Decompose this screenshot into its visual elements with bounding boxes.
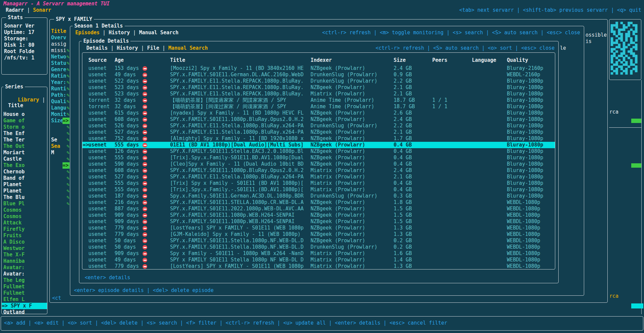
result-row[interactable]: =>usenet555 days01E11 (BD AV1 1080p)[Dua… bbox=[0, 142, 644, 148]
col-header-title: Title bbox=[170, 57, 185, 64]
result-row[interactable]: usenet527 daysSPY.x.FAMILY.E11.Stella.10… bbox=[0, 129, 644, 135]
result-row[interactable]: usenet523 daysSPY.x.FAMILY.E11.Stella.RE… bbox=[0, 91, 644, 97]
cell-age: 49 days bbox=[115, 72, 136, 78]
result-row[interactable]: torrent32 days【喵萌奶茶屋】[间谍过家家 / 间谍家家酒 / SP… bbox=[0, 103, 644, 110]
cell-title: SPY.x.FAMILY.S01E11.1080p.BluRay.Opus2.0… bbox=[170, 116, 304, 123]
result-row[interactable]: usenet608 daysSPY.x.FAMILY.S01E11.1080p.… bbox=[0, 167, 644, 174]
result-row[interactable]: usenet526 daysSPY.x.FAMILY.E11.Stella.10… bbox=[0, 123, 644, 129]
result-row[interactable]: usenet887 daysSPY.x.FAMILY.S01E11.2022.1… bbox=[0, 206, 644, 212]
result-row[interactable]: usenet615 days[nyadex] Spy x Family - 11… bbox=[0, 110, 644, 116]
result-row[interactable]: usenet555 days[Trix].Spy.x.Family-S01E11… bbox=[0, 155, 644, 161]
stats-line: Storage: bbox=[4, 36, 28, 42]
cell-source: usenet bbox=[88, 142, 107, 148]
cell-quality: Bluray-1080p bbox=[507, 193, 543, 199]
rejected-icon bbox=[143, 98, 147, 103]
cell-title: 【喵萌奶茶屋】[间谍过家家 / 间谍家家酒 / SPY bbox=[170, 103, 286, 110]
result-row[interactable]: usenet522 daysSPY.x.FAMILY.E11.Stella.RE… bbox=[0, 78, 644, 84]
rejected-icon bbox=[143, 213, 147, 218]
rejected-icon bbox=[143, 73, 147, 77]
episode-tab-file[interactable]: File bbox=[147, 45, 159, 51]
cell-title: SPY.x.FAMILY.E11.Stella.REPACK.1080p.Blu… bbox=[170, 78, 304, 84]
result-row[interactable]: usenet909 daysSPY.x.FAMILY.S01E11.1080p.… bbox=[0, 218, 644, 225]
result-row[interactable]: usenet752 days[Almighty] Spy x Family - … bbox=[0, 135, 644, 142]
result-row[interactable]: usenet555 days[Trix] Spy x Family - S01E… bbox=[0, 180, 644, 186]
stats-line: Uptime: 17 bbox=[4, 29, 34, 36]
cell-size: 2.6 GB bbox=[394, 110, 412, 116]
cell-size: 0.4 GB bbox=[394, 148, 412, 155]
cell-size: 1.3 GB bbox=[394, 263, 412, 269]
cell-quality: WEBDL-1080p bbox=[507, 263, 540, 269]
episode-tab-details[interactable]: Details bbox=[86, 45, 108, 51]
result-row[interactable]: usenet49 daysSPY x FAMILY S01E11 Stella … bbox=[0, 257, 644, 263]
servarr-tab-sonarr[interactable]: Sonarr bbox=[33, 7, 51, 13]
result-row[interactable]: usenet187 daysSpy.x.Family.S01E11.German… bbox=[0, 193, 644, 199]
result-row[interactable]: usenet50 daysSPY.x.FAMILY.S01E11.Stella.… bbox=[0, 238, 644, 244]
cell-title: [Trix] Spy x Family - S01E11 (BD AV1 108… bbox=[170, 180, 304, 186]
result-row[interactable]: usenet50 daysSPY.x.FAMILY.S01E11.Stella.… bbox=[0, 244, 644, 250]
rejected-icon bbox=[143, 66, 147, 71]
cell-size: 1.5 GB bbox=[394, 212, 412, 218]
result-row[interactable]: usenet779 days[LostYears] SPY x FAMILY -… bbox=[0, 263, 644, 269]
series-item[interactable]: Fullmet bbox=[3, 284, 25, 290]
cell-title: [GJM-Kaleido] Spy x Family - 11 (WEB 108… bbox=[170, 231, 300, 238]
cell-age: 779 days bbox=[115, 263, 139, 269]
result-row[interactable]: usenet527 daysSPY.x.FAMILY.E11.Stella.10… bbox=[0, 174, 644, 180]
app-title: Managarr - A Servarr management TUI bbox=[3, 1, 110, 7]
season-monitor-icon: ✎ bbox=[67, 47, 70, 54]
result-row[interactable]: usenet590 days[Cleo]Spy x Family - 11 (D… bbox=[0, 161, 644, 167]
season-tab-episodes[interactable]: Episodes bbox=[75, 30, 99, 36]
cell-size: 0.4 GB bbox=[394, 142, 412, 148]
cell-quality: WEBDL-1080p bbox=[507, 206, 540, 212]
servarr-tabbar: Radarr | Sonarr bbox=[6, 7, 51, 13]
col-header-age: Age bbox=[115, 57, 124, 64]
rejected-icon bbox=[143, 156, 147, 160]
cell-age: 153 days bbox=[115, 65, 139, 72]
rejected-icon bbox=[143, 111, 147, 116]
cell-indexer: Anime Time (Prowlarr) bbox=[311, 97, 374, 103]
result-row[interactable]: usenet153 days[Moozzi2] Spy x Family - 1… bbox=[0, 65, 644, 72]
result-row[interactable]: usenet909 daysSPY.x.FAMILY.S01E11.1080p.… bbox=[0, 212, 644, 218]
series-item[interactable]: The Leg bbox=[3, 277, 25, 284]
series-item[interactable]: Avatar: bbox=[3, 271, 25, 277]
result-row[interactable]: usenet126 daysSPY.X.FAMILY.S01E11.Stella… bbox=[0, 148, 644, 155]
result-row[interactable]: usenet779 days[LostYears] SPY x FAMILY -… bbox=[0, 225, 644, 231]
cell-size: 2.2 GB bbox=[394, 123, 412, 129]
season-tab-manual-search[interactable]: Manual Search bbox=[139, 30, 178, 36]
cell-title: Spy.x.Family.S01E11.German.AC3D.DL.1080p… bbox=[170, 193, 304, 199]
cell-title: SPY.x.FAMILY.E11.Stella.1080p.BluRay.x26… bbox=[170, 123, 304, 129]
cell-indexer: NZBgeek (Prowlarr) bbox=[311, 116, 365, 123]
cell-title: [LostYears] SPY x FAMILY - S01E11 (WEB 1… bbox=[170, 225, 304, 231]
result-row[interactable]: usenet523 daysSPY.x.FAMILY.E11.Stella.RE… bbox=[0, 84, 644, 91]
episode-tab-history[interactable]: History bbox=[117, 45, 138, 51]
rejected-icon bbox=[143, 124, 147, 128]
cell-size: 1.3 GB bbox=[394, 231, 412, 238]
rejected-icon bbox=[143, 85, 147, 90]
result-row[interactable]: usenet909 daysSpy x Family - S01E11 - 10… bbox=[0, 250, 644, 257]
series-item[interactable]: Elfen L bbox=[3, 296, 25, 303]
cell-size: 0.4 GB bbox=[394, 161, 412, 167]
servarr-tab-radarr[interactable]: Radarr bbox=[6, 7, 24, 13]
result-row[interactable]: torrent32 days【喵萌奶茶屋】[間諜過家家 / 間諜家家酒 / SP… bbox=[0, 97, 644, 103]
cell-quality: Bluray-1080p bbox=[507, 161, 543, 167]
cell-size: 0.4 GB bbox=[394, 180, 412, 186]
series-item-selected[interactable]: => SPY x F bbox=[2, 303, 47, 309]
result-row[interactable]: usenet608 daysSPY.x.FAMILY.S01E11.1080p.… bbox=[0, 116, 644, 123]
cell-size: 0.2 GB bbox=[394, 238, 412, 244]
managarr-app: Managarr - A Servarr management TUI Rada… bbox=[0, 0, 644, 333]
cell-quality: Bluray-1080p bbox=[507, 180, 543, 186]
result-row[interactable]: usenet779 days[GJM-Kaleido] Spy x Family… bbox=[0, 231, 644, 238]
episode-tab-manual-search[interactable]: Manual Search bbox=[168, 45, 208, 51]
series-item[interactable]: Fullmet bbox=[3, 290, 25, 296]
result-row[interactable]: usenet49 daysSPY.x.FAMILY.S01E11.German.… bbox=[0, 72, 644, 78]
result-row[interactable]: usenet216 daysSPY.x.FAMILY.S01E11.STELLA… bbox=[0, 199, 644, 206]
cell-source: usenet bbox=[88, 116, 107, 123]
cell-peers: 1 / 1 bbox=[432, 97, 447, 103]
season-tab-history[interactable]: History bbox=[109, 30, 130, 36]
series-item[interactable]: Outland bbox=[3, 309, 25, 316]
cell-age: 887 days bbox=[115, 206, 139, 212]
cell-source: usenet bbox=[88, 186, 107, 193]
cell-quality: Bluray-1080p bbox=[507, 84, 543, 91]
result-row[interactable]: usenet555 days[Trix].Spy.x.Family.-.S01E… bbox=[0, 186, 644, 193]
rejected-icon bbox=[143, 162, 147, 167]
rejected-icon bbox=[143, 92, 147, 96]
